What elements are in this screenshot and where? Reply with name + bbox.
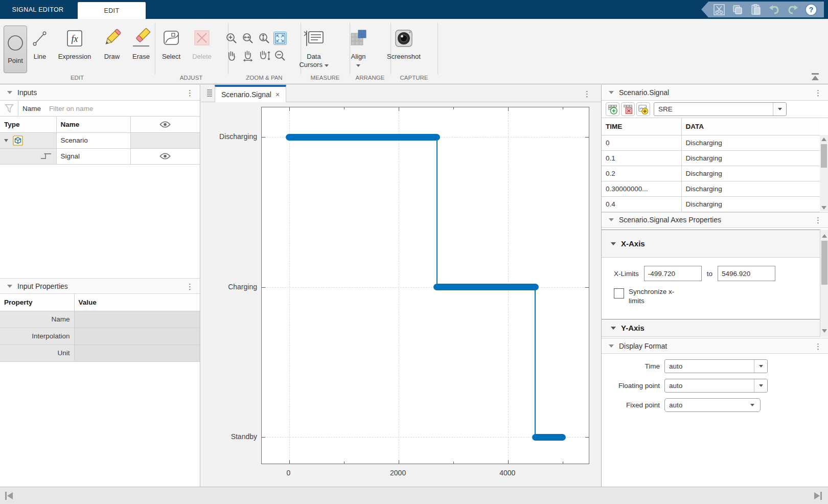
combo-arrow-icon[interactable] — [754, 379, 767, 392]
fixed-point-combo[interactable]: auto — [664, 398, 761, 412]
zoom-in-icon[interactable] — [225, 32, 238, 45]
x-max-input[interactable] — [718, 266, 775, 281]
erase-icon — [130, 25, 152, 52]
align-button[interactable]: Align — [341, 25, 375, 72]
data-cursors-button[interactable]: DataCursors — [297, 25, 331, 72]
expand-scenario-icon[interactable] — [4, 139, 8, 142]
input-properties-menu-icon[interactable]: ⋮ — [186, 282, 194, 290]
editor-area: Scenario.Signal × ⋮ 020004000Discharging… — [201, 85, 601, 487]
floating-point-format-row: Floating point auto — [602, 379, 828, 393]
zoom-x-icon[interactable] — [241, 32, 255, 45]
combo-arrow-icon[interactable] — [754, 360, 767, 373]
col-data[interactable]: DATA — [681, 118, 820, 135]
expression-button[interactable]: fx Expression — [53, 25, 97, 72]
ribbon-toolstrip: Point Line fx Expression — [0, 19, 828, 84]
section-label-edit: EDIT — [71, 75, 84, 84]
screenshot-button[interactable]: Screenshot — [383, 25, 424, 72]
tab-close-icon[interactable]: × — [275, 90, 280, 99]
axes-properties-menu-icon[interactable]: ⋮ — [814, 216, 822, 224]
inputs-table: Type Name Scenario — [0, 117, 200, 165]
combo-arrow-icon[interactable] — [773, 103, 786, 116]
delete-row-button[interactable] — [621, 102, 635, 116]
pan-icon[interactable] — [225, 49, 238, 62]
time-data-table: TIME DATA 0Discharging 0.1Discharging 0.… — [602, 118, 820, 212]
time-data-row[interactable]: 0.2Discharging — [602, 166, 820, 181]
pan-x-icon[interactable] — [241, 49, 255, 62]
collapse-ribbon-button[interactable] — [810, 73, 821, 82]
cut-icon[interactable] — [712, 3, 726, 16]
visibility-column-header[interactable] — [130, 117, 200, 132]
x-axis-section-header[interactable]: X-Axis — [602, 230, 820, 258]
time-data-row[interactable]: 0.30000000...Discharging — [602, 181, 820, 196]
signal-panel-menu-icon[interactable]: ⋮ — [814, 89, 822, 97]
signal-set-combo[interactable]: SRE — [654, 102, 787, 116]
time-data-row[interactable]: 0Discharging — [602, 135, 820, 150]
axes-properties-body: X-Axis X-Limits to Synchronize x-limits — [602, 230, 828, 337]
time-format-combo[interactable]: auto — [664, 359, 768, 373]
signal-panel-collapse-icon[interactable] — [609, 91, 614, 94]
expression-icon: fx — [64, 25, 85, 52]
prop-row-unit[interactable]: Unit — [0, 345, 200, 361]
input-properties-panel: Input Properties ⋮ Property Value Name I… — [0, 278, 200, 362]
signal-step-icon — [40, 152, 52, 160]
x-min-input[interactable] — [644, 266, 702, 281]
plot-area[interactable] — [261, 107, 589, 464]
display-format-menu-icon[interactable]: ⋮ — [814, 342, 822, 350]
tab-scenario-signal[interactable]: Scenario.Signal × — [215, 85, 286, 102]
signal-visibility-cell[interactable] — [130, 148, 200, 164]
time-data-row[interactable]: 0.1Discharging — [602, 150, 820, 166]
paste-icon[interactable] — [749, 3, 763, 16]
screenshot-camera-icon — [393, 25, 415, 52]
add-signal-button[interactable] — [636, 102, 650, 116]
col-time[interactable]: TIME — [602, 118, 681, 135]
prop-row-name[interactable]: Name — [0, 311, 200, 328]
inputs-collapse-icon[interactable] — [7, 91, 12, 94]
tab-edit[interactable]: EDIT — [78, 2, 146, 19]
display-format-collapse-icon[interactable] — [609, 345, 614, 348]
document-tabbar: Scenario.Signal × ⋮ — [201, 85, 601, 102]
erase-button[interactable]: Erase — [124, 25, 158, 72]
undo-icon[interactable] — [768, 3, 781, 16]
fit-to-view-icon[interactable] — [273, 32, 287, 45]
time-data-row[interactable]: 0.4Discharging — [602, 196, 820, 212]
delete-button: Delete — [185, 25, 219, 72]
axes-scrollbar[interactable] — [820, 230, 828, 337]
x-axis-section-body: X-Limits to Synchronize x-limits — [602, 258, 820, 319]
signal-chart[interactable]: 020004000DischargingChargingStandby — [201, 102, 601, 487]
inputs-menu-icon[interactable]: ⋮ — [186, 89, 194, 97]
time-data-table-wrap: TIME DATA 0Discharging 0.1Discharging 0.… — [602, 118, 828, 212]
filter-funnel-icon[interactable] — [0, 101, 18, 116]
copy-icon[interactable] — [731, 3, 744, 16]
tab-signal-editor[interactable]: SIGNAL EDITOR — [0, 0, 76, 19]
zoom-y-icon[interactable] — [258, 32, 271, 45]
section-label-arrange: ARRANGE — [356, 75, 385, 84]
inputs-col-type[interactable]: Type — [0, 117, 56, 132]
pan-y-icon[interactable] — [258, 49, 271, 62]
select-button[interactable]: Select — [154, 25, 188, 72]
synchronize-x-limits-checkbox[interactable] — [614, 288, 624, 299]
inputs-col-name[interactable]: Name — [56, 117, 130, 132]
fixed-point-label: Fixed point — [602, 401, 660, 409]
prop-row-interpolation[interactable]: Interpolation — [0, 328, 200, 345]
tab-grip-icon[interactable] — [207, 89, 212, 98]
inputs-panel-header: Inputs ⋮ — [0, 85, 200, 101]
skip-to-start-icon[interactable] — [5, 491, 15, 500]
insert-row-button[interactable] — [606, 102, 619, 116]
time-data-scrollbar[interactable] — [820, 135, 828, 212]
help-icon[interactable]: ? — [804, 3, 818, 16]
combo-arrow-icon[interactable] — [745, 399, 760, 411]
line-button[interactable]: Line — [23, 25, 57, 72]
table-row-scenario[interactable]: Scenario — [0, 132, 200, 148]
skip-to-end-icon[interactable] — [812, 491, 822, 500]
tabbar-menu-icon[interactable]: ⋮ — [583, 89, 591, 97]
table-row-signal[interactable]: Signal — [0, 148, 200, 164]
redo-icon[interactable] — [786, 3, 799, 16]
floating-point-combo[interactable]: auto — [664, 379, 768, 393]
axes-properties-collapse-icon[interactable] — [609, 218, 614, 221]
input-properties-collapse-icon[interactable] — [7, 285, 12, 288]
x-tick-label: 0 — [287, 469, 291, 477]
filter-input[interactable] — [45, 101, 200, 116]
y-axis-section-header[interactable]: Y-Axis — [602, 319, 820, 337]
signal-editor-window: SIGNAL EDITOR EDIT ? — [0, 0, 828, 504]
zoom-out-icon[interactable] — [273, 49, 287, 62]
